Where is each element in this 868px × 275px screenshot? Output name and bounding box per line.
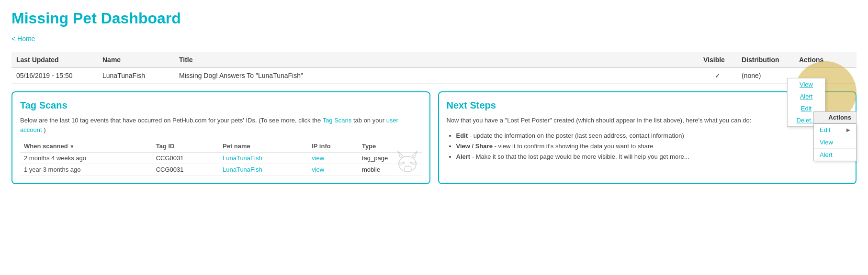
scan-ip-1: view [308, 164, 358, 176]
bottom-actions-header: Actions [813, 111, 857, 123]
scan-col-type: Type [358, 140, 422, 153]
cell-title: Missing Dog! Answers To "LunaTunaFish" [174, 68, 699, 84]
cell-visible: ✓ [699, 68, 737, 84]
scan-row-0: 2 months 4 weeks ago CCG0031 LunaTunaFis… [20, 153, 422, 164]
scan-ip-link-1[interactable]: view [312, 166, 324, 173]
scan-row-1: 1 year 3 months ago CCG0031 LunaTunaFish… [20, 164, 422, 176]
scan-ip-0: view [308, 153, 358, 164]
scan-tagid-1: CCG0031 [152, 164, 219, 176]
cell-distribution: (none) [737, 68, 794, 84]
scan-petname-link-0[interactable]: LunaTunaFish [223, 154, 262, 162]
edit-caret-icon: ▶ [846, 127, 850, 132]
tag-scans-link[interactable]: Tag Scans [323, 117, 352, 124]
col-header-actions: Actions [794, 52, 857, 68]
scan-col-when[interactable]: When scanned ▼ [20, 140, 152, 153]
scan-type-0: tag_page [358, 153, 422, 164]
scan-col-ipinfo: IP info [308, 140, 358, 153]
col-header-visible: Visible [699, 52, 737, 68]
bottom-actions-area: Actions Edit ▶ View Alert [813, 111, 857, 161]
cell-name: LunaTunaFish [98, 68, 174, 84]
bottom-actions-edit[interactable]: Edit ▶ [814, 124, 856, 136]
cell-last-updated: 05/16/2019 - 15:50 [11, 68, 98, 84]
scan-when-0: 2 months 4 weeks ago [20, 153, 152, 164]
scan-petname-0: LunaTunaFish [219, 153, 308, 164]
bottom-actions-alert[interactable]: Alert [814, 149, 856, 161]
scan-type-1: mobile [358, 164, 422, 176]
page-title: Missing Pet Dashboard [11, 10, 857, 27]
next-steps-item-0: Edit - update the information on the pos… [456, 131, 848, 141]
next-steps-item-2: Alert - Make it so that the lost page wo… [456, 152, 848, 162]
scan-petname-link-1[interactable]: LunaTunaFish [223, 166, 262, 173]
actions-menu-alert[interactable]: Alert [788, 90, 825, 102]
tag-scans-title: Tag Scans [20, 100, 422, 111]
col-header-distribution: Distribution [737, 52, 794, 68]
tag-scans-desc: Below are the last 10 tag events that ha… [20, 116, 422, 134]
main-table: Last Updated Name Title Visible Distribu… [11, 52, 857, 84]
scan-table: When scanned ▼ Tag ID Pet name IP info T… [20, 140, 422, 176]
col-header-last-updated: Last Updated [11, 52, 98, 68]
sort-icon: ▼ [69, 144, 74, 149]
actions-menu-view[interactable]: View [788, 78, 825, 90]
bottom-actions-dropdown: Edit ▶ View Alert [813, 123, 857, 161]
table-row: 05/16/2019 - 15:50 LunaTunaFish Missing … [11, 68, 857, 84]
scan-when-1: 1 year 3 months ago [20, 164, 152, 176]
scan-col-petname: Pet name [219, 140, 308, 153]
next-steps-item-1: View / Share - view it to confirm it's s… [456, 141, 848, 152]
cell-actions: View Alert Edit Delet... [794, 68, 857, 84]
tag-scans-panel: Tag Scans Below are the last 10 tag even… [11, 91, 430, 184]
scan-ip-link-0[interactable]: view [312, 154, 324, 162]
col-header-title: Title [174, 52, 699, 68]
bottom-actions-view[interactable]: View [814, 136, 856, 149]
scan-tagid-0: CCG0031 [152, 153, 219, 164]
scan-petname-1: LunaTunaFish [219, 164, 308, 176]
home-link[interactable]: < Home [11, 35, 35, 43]
scan-col-tagid: Tag ID [152, 140, 219, 153]
next-steps-list: Edit - update the information on the pos… [447, 131, 848, 162]
bottom-grid: Tag Scans Below are the last 10 tag even… [11, 91, 857, 184]
col-header-name: Name [98, 52, 174, 68]
